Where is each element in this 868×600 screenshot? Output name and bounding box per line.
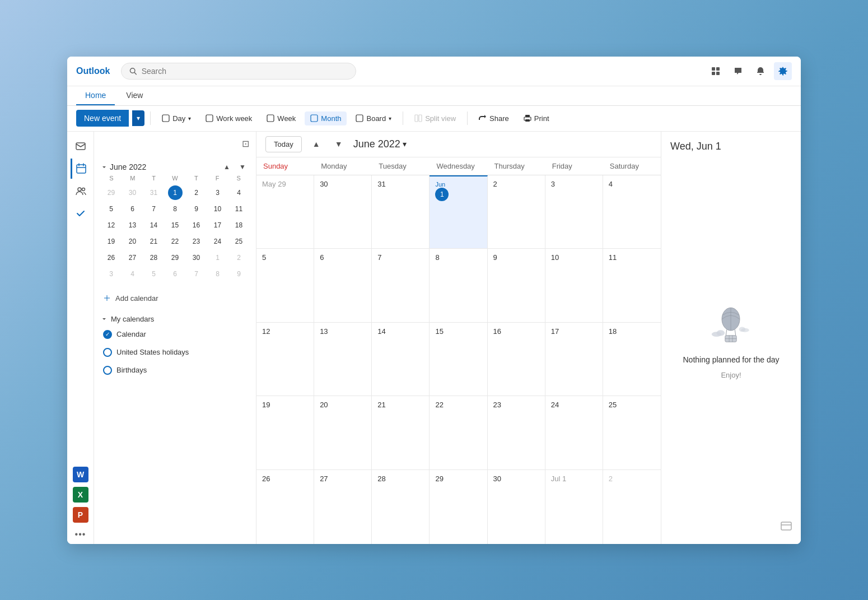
settings-button[interactable] [774,62,792,80]
month-day-cell[interactable]: 31 [372,175,430,249]
month-day-cell[interactable]: 10 [545,249,603,322]
mini-calendar-day[interactable]: 10 [211,202,225,216]
feedback-button[interactable] [729,62,747,80]
mini-calendar-day[interactable]: 22 [168,234,183,249]
month-day-cell[interactable]: 18 [603,323,661,396]
mini-calendar-day[interactable]: 25 [232,234,246,249]
share-button[interactable]: Share [473,111,515,125]
mini-calendar-day[interactable]: 2 [189,185,204,200]
month-day-cell[interactable]: 16 [488,323,545,396]
mini-calendar-day[interactable]: 8 [168,202,183,216]
calendar-item-calendar[interactable]: Calendar [101,328,249,341]
month-day-cell[interactable]: 2 [603,470,661,544]
search-input[interactable] [142,67,348,76]
mini-calendar-day[interactable]: 21 [147,234,161,249]
month-day-cell[interactable]: 13 [314,323,372,396]
print-button[interactable]: Print [518,111,555,125]
month-day-cell[interactable]: 12 [256,323,314,396]
mini-calendar-day[interactable]: 17 [211,218,225,232]
word-icon[interactable]: W [73,467,88,482]
month-day-cell[interactable]: 23 [488,396,545,469]
mini-calendar-day[interactable]: 7 [147,202,161,216]
month-day-cell[interactable]: 2 [488,175,545,249]
month-day-cell[interactable]: 26 [256,470,314,544]
mini-calendar-day[interactable]: 2 [232,250,246,265]
today-button[interactable]: Today [265,136,302,152]
mini-calendar-day[interactable]: 30 [125,185,140,200]
new-event-dropdown-button[interactable]: ▾ [132,110,144,126]
month-day-cell[interactable]: 30 [488,470,545,544]
collapse-panel-button[interactable]: ⊡ [242,138,249,149]
month-day-cell[interactable]: 9 [488,249,545,322]
board-view-button[interactable]: Board ▾ [350,111,397,125]
search-bar[interactable] [121,63,356,80]
month-day-cell[interactable]: 6 [314,249,372,322]
mini-calendar-day[interactable]: 28 [147,250,161,265]
mini-prev-month-button[interactable]: ▲ [220,160,234,174]
mini-calendar-day[interactable]: 6 [125,202,140,216]
month-day-cell[interactable]: 27 [314,470,372,544]
mini-calendar-day[interactable]: 9 [232,267,246,281]
calendar-item-birthdays[interactable]: Birthdays [101,364,249,377]
excel-icon[interactable]: X [73,487,88,503]
month-day-cell[interactable]: 19 [256,396,314,469]
mini-calendar-day[interactable]: 19 [104,234,119,249]
sidebar-item-calendar[interactable] [71,159,91,179]
month-day-cell[interactable]: 17 [545,323,603,396]
tab-view[interactable]: View [117,86,152,105]
mini-calendar-day[interactable]: 11 [232,202,246,216]
mini-calendar-day[interactable]: 12 [104,218,119,232]
mini-calendar-day[interactable]: 1 [168,185,183,200]
notification-button[interactable] [752,62,769,80]
month-year-label[interactable]: June 2022 ▾ [353,138,407,150]
month-day-cell[interactable]: Jul 1 [545,470,603,544]
split-view-button[interactable]: Split view [409,111,461,125]
sidebar-item-mail[interactable] [71,136,91,156]
month-day-cell[interactable]: 25 [603,396,661,469]
month-day-cell[interactable]: 20 [314,396,372,469]
calendar-checkbox-calendar[interactable] [103,330,112,339]
new-event-button[interactable]: New event [76,110,129,127]
month-day-cell[interactable]: 5 [256,249,314,322]
mini-calendar-day[interactable]: 8 [211,267,225,281]
month-day-cell[interactable]: May 29 [256,175,314,249]
mini-calendar-day[interactable]: 7 [189,267,204,281]
mini-calendar-day[interactable]: 5 [104,202,119,216]
month-day-cell[interactable]: 7 [372,249,430,322]
month-day-cell[interactable]: 3 [545,175,603,249]
mini-calendar-day[interactable]: 9 [189,202,204,216]
mini-calendar-day[interactable]: 20 [125,234,140,249]
month-day-cell[interactable]: 8 [430,249,487,322]
mini-calendar-day[interactable]: 6 [168,267,183,281]
prev-month-button[interactable]: ▲ [309,136,324,152]
sidebar-item-todo[interactable] [71,203,91,224]
week-view-button[interactable]: Week [261,111,301,125]
day-view-button[interactable]: Day ▾ [156,111,197,125]
month-day-cell[interactable]: 30 [314,175,372,249]
tab-home[interactable]: Home [76,86,115,105]
month-day-cell[interactable]: 14 [372,323,430,396]
month-day-cell[interactable]: 24 [545,396,603,469]
mini-calendar-day[interactable]: 26 [104,250,119,265]
month-day-cell[interactable]: 29 [430,470,487,544]
month-day-cell[interactable]: 4 [603,175,661,249]
mini-calendar-day[interactable]: 23 [189,234,204,249]
mini-calendar-day[interactable]: 3 [104,267,119,281]
add-calendar-button[interactable]: Add calendar [101,291,249,306]
month-day-cell[interactable]: 15 [430,323,487,396]
mini-calendar-title[interactable]: June 2022 [101,162,146,171]
mini-calendar-day[interactable]: 4 [232,185,246,200]
month-day-cell[interactable]: 22 [430,396,487,469]
mini-calendar-day[interactable]: 29 [104,185,119,200]
more-apps-icon[interactable]: ••• [75,529,86,539]
my-calendars-header[interactable]: My calendars [101,315,249,323]
month-day-cell[interactable]: 21 [372,396,430,469]
calendar-item-us-holidays[interactable]: United States holidays [101,346,249,359]
work-week-view-button[interactable]: Work week [200,111,258,125]
mini-calendar-day[interactable]: 31 [147,185,161,200]
mini-calendar-day[interactable]: 3 [211,185,225,200]
mini-calendar-day[interactable]: 15 [168,218,183,232]
sidebar-item-people[interactable] [71,181,91,201]
mini-next-month-button[interactable]: ▼ [236,160,249,174]
mini-calendar-day[interactable]: 30 [189,250,204,265]
